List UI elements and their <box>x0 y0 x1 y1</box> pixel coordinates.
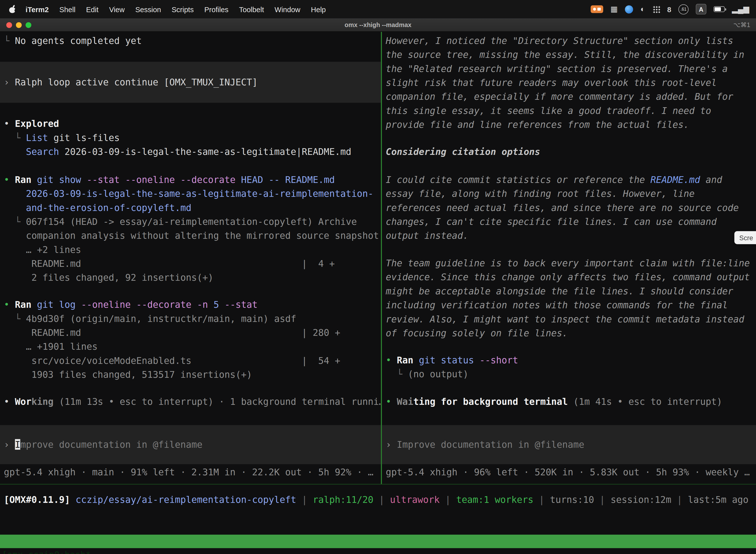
text-segment: -n <box>197 299 213 310</box>
text-segment: └ <box>4 216 26 227</box>
input-source-icon[interactable]: A <box>696 4 706 15</box>
menu-item-scripts[interactable]: Scripts <box>167 5 199 13</box>
terminal-line: references need actual files, and since … <box>386 201 739 215</box>
text-segment: git status <box>413 355 480 365</box>
text-segment: ting for background terminal <box>413 396 568 407</box>
signal-icon[interactable]: ▂▄▆ <box>732 5 749 13</box>
text-segment: companion file, especially if more comme… <box>386 91 733 102</box>
text-segment: README.md <box>650 174 700 185</box>
text-segment: └ <box>4 132 26 143</box>
terminal-line: • Ran git log --oneline --decorate -n 5 … <box>4 297 340 312</box>
text-segment: --oneline --decorate <box>81 299 197 310</box>
text-segment: references need actual files, and since … <box>386 202 739 213</box>
text-segment: └ <box>386 369 408 379</box>
menu-item-window[interactable]: Window <box>269 5 306 13</box>
text-segment: Search <box>26 146 59 157</box>
text-segment: might be acceptable alongside the file l… <box>386 286 733 296</box>
terminal-line: gpt-5.4 xhigh · main · 91% left · 2.31M … <box>4 465 374 479</box>
text-segment: 2026-03-09-is-legal-the-same-as-legitima… <box>4 188 374 199</box>
prompt-input-left[interactable]: › Improve documentation in @filename <box>0 425 381 464</box>
window-title: omx --xhigh --madmax <box>344 21 412 29</box>
tmux-status-bar: [omx-cczip0:bash* "MacBook-Pro-44.local"… <box>0 535 756 548</box>
text-segment: including verification notes with those … <box>386 299 728 310</box>
text-segment: git show <box>32 174 86 185</box>
text-segment: I could cite commit statistics or refere… <box>386 174 650 185</box>
menu-item-iterm2[interactable]: iTerm2 <box>20 5 54 13</box>
screen-recording-indicator[interactable] <box>590 5 603 13</box>
text-segment: 5 <box>213 299 225 310</box>
thinking-paragraph-2: I could cite commit statistics or refere… <box>386 173 739 243</box>
text-segment: turns:10 <box>550 494 594 505</box>
text-segment: --stat <box>225 299 257 310</box>
menu-item-shell[interactable]: Shell <box>54 5 81 13</box>
menu-item-help[interactable]: Help <box>306 5 331 13</box>
terminal-line: README.md | 280 + <box>4 326 340 340</box>
right-pane[interactable]: However, I noticed the "Directory Struct… <box>382 32 756 484</box>
text-segment: HEAD -- README.md <box>236 174 335 185</box>
text-segment: --short <box>480 355 518 365</box>
menu-item-toolbelt[interactable]: Toolbelt <box>234 5 269 13</box>
window-grid-icon[interactable]: ▦ <box>611 5 618 13</box>
menu-item-session[interactable]: Session <box>130 5 167 13</box>
terminal: └ No agents completed yet › Ralph loop a… <box>0 32 756 554</box>
git-status-block: • Ran git status --short └ (no output) <box>386 353 518 381</box>
terminal-line: slight risk that future readers may over… <box>386 76 744 90</box>
apple-menu-icon[interactable] <box>9 5 16 13</box>
terminal-line: • Ran git status --short <box>386 353 518 367</box>
text-segment: (1m 41s • esc to interrupt) <box>568 396 722 407</box>
dark-circle-icon[interactable]: ◐ <box>640 5 645 13</box>
left-pane[interactable]: └ No agents completed yet › Ralph loop a… <box>0 32 381 484</box>
battery-fill <box>714 7 721 11</box>
menu-item-edit[interactable]: Edit <box>81 5 104 13</box>
minimize-button[interactable] <box>16 22 21 27</box>
text-segment: --stat --oneline --decorate <box>86 174 235 185</box>
terminal-line: However, I noticed the "Directory Struct… <box>386 34 744 48</box>
thinking-paragraph-1: However, I noticed the "Directory Struct… <box>386 34 744 132</box>
text-segment: 2026-03-09-is-legal-the-same-as-legitima… <box>59 146 352 157</box>
tmux-session-label: [omx-cczip0:bash* <box>2 548 91 554</box>
terminal-line: • Waiting for background terminal (1m 41… <box>386 395 722 408</box>
working-status: • Working (11m 13s • esc to interrupt) ·… <box>4 395 381 408</box>
text-segment: › <box>4 439 15 450</box>
terminal-line: essay file, along with finding root file… <box>386 187 739 201</box>
text-segment: However, I noticed the "Directory Struct… <box>386 35 733 46</box>
menu-item-view[interactable]: View <box>104 5 130 13</box>
close-button[interactable] <box>6 22 12 27</box>
text-segment: └ <box>4 313 26 324</box>
text-segment: | <box>374 494 390 505</box>
dots-grid-icon[interactable] <box>652 5 660 13</box>
text-segment: the "Related research writing" section i… <box>386 63 728 74</box>
figure-8-icon[interactable]: 8 <box>667 5 671 13</box>
text-segment: README.md | 4 + <box>4 258 335 269</box>
terminal-line: companion analysis without altering the … <box>4 229 379 242</box>
apple-leaf <box>12 5 15 7</box>
zoom-button[interactable] <box>25 22 31 27</box>
text-segment: • <box>4 396 15 407</box>
text-segment: | <box>440 494 456 505</box>
battery-tip <box>725 8 726 10</box>
menu-item-profiles[interactable]: Profiles <box>199 5 234 13</box>
text-segment: this single essay, it seems like a good … <box>386 105 711 116</box>
terminal-line: src/voice/voiceModeEnabled.ts | 54 + <box>4 354 340 368</box>
text-segment: › <box>4 77 15 88</box>
blue-app-icon[interactable] <box>625 5 633 13</box>
text-segment: … +2 lines <box>4 244 81 255</box>
text-segment: | <box>296 494 313 505</box>
text-segment: git ls-files <box>48 132 120 143</box>
window-title-bar[interactable]: omx --xhigh --madmax ⌥⌘1 <box>0 18 756 32</box>
text-segment: (11m 13s • esc to interrupt) · 1 backgro… <box>54 396 381 407</box>
text-segment: review. Also, I might want to inspect th… <box>386 314 744 324</box>
agents-note: └ No agents completed yet <box>4 34 142 48</box>
text-segment: No agents completed yet <box>15 35 142 46</box>
window-shortcut: ⌥⌘1 <box>733 21 750 29</box>
text-segment: companion analysis without altering the … <box>4 230 379 241</box>
terminal-line: README.md | 4 + <box>4 257 379 271</box>
text-segment: and-the-erosion-of-copyleft.md <box>4 202 191 213</box>
text-segment: team:1 workers <box>456 494 533 505</box>
recording-dot <box>593 8 596 11</box>
battery-percent-badge[interactable]: .61 <box>678 4 689 14</box>
battery-icon[interactable] <box>713 6 725 12</box>
inject-banner[interactable]: › Ralph loop active continue [OMX_TMUX_I… <box>0 62 381 103</box>
screen-tooltip[interactable]: Scre <box>735 231 756 244</box>
prompt-input-right[interactable]: › Improve documentation in @filename <box>382 425 756 464</box>
